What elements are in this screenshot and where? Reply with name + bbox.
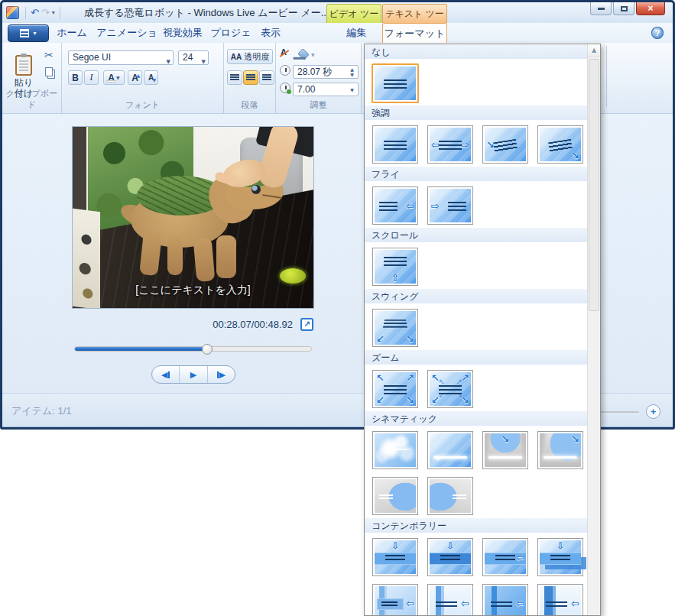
dino-leg xyxy=(216,235,236,278)
arrow-icon: ⇩ xyxy=(446,541,455,551)
effects-gallery-panel: なし強調⇦⇨↘↘フライ⇦⇨スクロール⇧スウィング↙↘ズーム↖↗↙↘↖↗↙↘↖↗↙… xyxy=(364,44,601,616)
zoom-in-button[interactable]: + xyxy=(646,404,660,419)
speed-value: 7.00 xyxy=(297,84,315,95)
font-color-swatch xyxy=(106,80,116,83)
scroll-up-icon[interactable]: ▲ xyxy=(588,44,600,57)
help-icon[interactable]: ? xyxy=(651,27,664,39)
effect-thumbnail[interactable]: ⇧ xyxy=(372,248,418,286)
effect-thumbnail[interactable]: ↘ xyxy=(482,125,528,164)
effect-thumbnail[interactable]: ⇨ xyxy=(427,186,473,225)
background-color-button[interactable]: ▼ xyxy=(299,47,322,61)
italic-button[interactable]: I xyxy=(84,70,99,85)
dino-leg xyxy=(167,237,183,275)
effect-thumbnail[interactable] xyxy=(372,63,419,103)
effect-thumbnail[interactable]: ↖↗↙↘↖↗↙↘ xyxy=(427,370,473,408)
shrink-font-button[interactable]: A ▼ xyxy=(144,70,158,85)
fullscreen-button[interactable]: ↗ xyxy=(300,318,313,331)
seek-thumb[interactable] xyxy=(202,344,213,355)
speed-field[interactable]: 7.00 ▼ xyxy=(293,83,359,96)
effect-thumbnail[interactable]: ⇦⇨ xyxy=(427,125,473,164)
effect-thumbnail[interactable] xyxy=(427,477,473,515)
undo-button[interactable]: ↶ xyxy=(31,8,39,18)
preview-pane: [ここにテキストを入力] 00:28.07/00:48.92 ↗ ◀ ▶ ▶ xyxy=(73,127,313,308)
minimize-button[interactable] xyxy=(590,2,612,15)
dino-leg xyxy=(193,238,216,282)
arrow-icon: ⇨ xyxy=(431,201,440,211)
effect-thumbnail[interactable]: ⇩ xyxy=(372,538,418,576)
effect-thumbnail[interactable]: ⇩ xyxy=(427,538,473,576)
scrollbar-thumb[interactable] xyxy=(589,59,599,311)
tab-view[interactable]: 表示 xyxy=(258,23,284,43)
app-menu-button[interactable]: ▾ xyxy=(8,24,49,42)
app-icon[interactable] xyxy=(6,6,19,19)
next-icon: ▶ xyxy=(219,370,226,380)
spin-up-icon[interactable]: ▲ xyxy=(350,66,354,72)
font-family-select[interactable]: Segoe UI ▼ xyxy=(68,50,174,65)
caption-text[interactable]: [ここにテキストを入力] xyxy=(73,284,313,297)
category-row: ⇩⇩⇦⇩ xyxy=(365,533,587,579)
previous-frame-button[interactable]: ◀ xyxy=(152,366,180,383)
effect-thumbnail[interactable]: ⇦ xyxy=(372,186,418,225)
titlebar: ↶ ↷ ▾ 成長する恐竜ロボット - Windows Live ムービー メー.… xyxy=(2,2,673,23)
transparency-button[interactable]: AA 透明度 xyxy=(227,49,273,64)
arrow-icon: ↘ xyxy=(501,434,510,444)
up-arrow-icon: ▲ xyxy=(136,73,140,78)
maximize-button[interactable] xyxy=(613,2,634,15)
gallery-scrollbar[interactable]: ▲ xyxy=(587,44,600,615)
tab-animation[interactable]: アニメーション xyxy=(96,23,158,43)
tab-project[interactable]: プロジェクト xyxy=(207,23,255,43)
tab-format[interactable]: フォーマット xyxy=(382,23,447,43)
effect-thumbnail[interactable]: ↙↘ xyxy=(372,309,418,347)
menu-list-icon xyxy=(20,29,29,37)
qat-dropdown-icon[interactable]: ▾ xyxy=(52,9,55,16)
effect-thumbnail[interactable] xyxy=(372,477,418,515)
dino-eye xyxy=(252,185,261,194)
window-title: 成長する恐竜ロボット - Windows Live ムービー メー... xyxy=(84,2,329,23)
close-button[interactable]: × xyxy=(636,2,665,15)
font-color-button[interactable]: A ▼ xyxy=(103,70,125,85)
bold-button[interactable]: B xyxy=(68,70,83,85)
prev-icon: ◀ xyxy=(161,370,167,380)
font-size-select[interactable]: 24 ▼ xyxy=(178,50,209,65)
effect-thumbnail[interactable]: ⇦ xyxy=(372,584,418,615)
arrow-icon: ⇩ xyxy=(391,541,400,551)
play-button[interactable]: ▶ xyxy=(180,366,207,383)
divider xyxy=(606,46,607,107)
align-right-button[interactable] xyxy=(259,70,274,85)
tab-home[interactable]: ホーム xyxy=(54,23,89,43)
effect-thumbnail[interactable]: ↖↗↙↘ xyxy=(372,370,418,408)
seek-bar[interactable] xyxy=(74,346,312,352)
effect-thumbnail[interactable] xyxy=(372,431,418,469)
effect-thumbnail[interactable]: ↘ xyxy=(537,431,583,469)
tab-edit[interactable]: 編集 xyxy=(333,23,381,43)
cut-icon[interactable]: ✂ xyxy=(44,49,54,61)
next-frame-button[interactable]: ▶ xyxy=(208,366,235,383)
align-left-button[interactable] xyxy=(227,70,242,85)
redo-button[interactable]: ↷ xyxy=(41,8,50,18)
align-center-icon xyxy=(246,74,255,82)
duration-field[interactable]: 28.07 秒 ▲▼ xyxy=(293,65,359,79)
spin-down-icon[interactable]: ▼ xyxy=(350,72,354,77)
effect-thumbnail[interactable]: ⇦ xyxy=(482,538,528,576)
effect-thumbnail[interactable]: ↘ xyxy=(537,125,583,164)
grow-font-button[interactable]: A ▲ xyxy=(128,70,142,85)
effect-thumbnail[interactable] xyxy=(372,125,418,164)
outline-letter-icon: A xyxy=(281,47,287,57)
align-right-icon xyxy=(262,74,271,82)
effect-thumbnail[interactable] xyxy=(427,431,473,469)
copy-icon[interactable] xyxy=(45,67,53,76)
align-center-button[interactable] xyxy=(243,70,258,85)
effect-thumbnail[interactable]: ⇦ xyxy=(482,584,528,615)
effect-thumbnail[interactable]: ⇦ xyxy=(427,584,473,615)
chevron-down-icon: ▼ xyxy=(202,56,206,69)
font-family-value: Segoe UI xyxy=(73,52,111,63)
effect-thumbnail[interactable]: ⇩ xyxy=(537,538,583,576)
effect-thumbnail[interactable]: ↘ xyxy=(482,431,528,469)
zoom-slider-track[interactable] xyxy=(595,411,639,413)
category-header: フライ xyxy=(365,167,587,182)
effect-thumbnail[interactable]: ⇦ xyxy=(537,584,583,615)
tab-visual-effects[interactable]: 視覚効果 xyxy=(161,23,204,43)
chevron-down-icon[interactable]: ▼ xyxy=(350,87,354,92)
group-paragraph: AA 透明度 段落 xyxy=(224,43,276,113)
video-frame[interactable]: [ここにテキストを入力] xyxy=(73,127,313,308)
